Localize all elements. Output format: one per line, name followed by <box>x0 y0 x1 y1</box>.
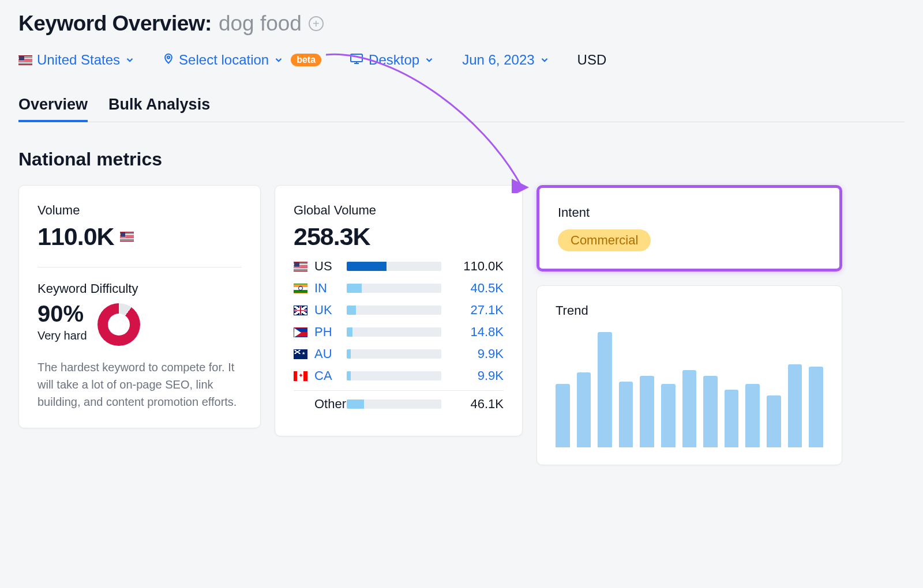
divider <box>37 267 242 267</box>
currency-label: USD <box>577 52 607 68</box>
trend-bar-item <box>767 395 781 447</box>
page-title-label: Keyword Overview: <box>18 12 212 36</box>
flag-au-icon <box>294 349 307 359</box>
country-link[interactable]: CA <box>314 368 337 383</box>
flag-us-icon <box>18 55 32 65</box>
kd-percent: 90% <box>37 301 87 327</box>
date-filter[interactable]: Jun 6, 2023 <box>462 52 549 68</box>
trend-bar-item <box>577 372 591 447</box>
desktop-icon <box>349 52 364 68</box>
kd-description: The hardest keyword to compete for. It w… <box>37 359 242 410</box>
trend-label: Trend <box>556 303 823 318</box>
country-link[interactable]: PH <box>314 325 337 340</box>
svg-point-0 <box>167 56 170 58</box>
global-volume-card: Global Volume 258.3K US110.0KIN40.5KUK27… <box>275 185 523 436</box>
chevron-down-icon <box>424 55 434 65</box>
country-value[interactable]: 9.9K <box>451 368 504 383</box>
trend-bar-item <box>682 370 697 447</box>
page-title-keyword: dog food <box>219 12 302 36</box>
trend-bar-item <box>725 390 739 447</box>
volume-bar <box>347 284 441 293</box>
device-filter-label: Desktop <box>369 52 419 68</box>
country-value[interactable]: 40.5K <box>451 281 504 296</box>
tab-overview[interactable]: Overview <box>18 96 88 122</box>
flag-us-icon <box>120 232 134 242</box>
global-volume-other-row: Other 46.1K <box>294 397 504 412</box>
country-value[interactable]: 14.8K <box>451 325 504 340</box>
device-filter[interactable]: Desktop <box>349 52 434 68</box>
chevron-down-icon <box>539 55 550 65</box>
page-header: Keyword Overview: dog food + United Stat… <box>18 0 905 122</box>
country-row: PH14.8K <box>294 325 504 340</box>
country-link[interactable]: IN <box>314 281 337 296</box>
section-title: National metrics <box>18 149 905 170</box>
kd-donut-chart <box>97 303 140 346</box>
trend-bar-item <box>745 384 760 447</box>
svg-rect-1 <box>351 54 362 62</box>
tabs: Overview Bulk Analysis <box>18 96 905 122</box>
country-value[interactable]: 27.1K <box>451 303 504 318</box>
kd-label: Keyword Difficulty <box>37 281 242 296</box>
add-keyword-button[interactable]: + <box>309 16 324 31</box>
trend-card: Trend <box>536 285 842 465</box>
trend-bar-item <box>556 384 570 447</box>
country-value[interactable]: 9.9K <box>451 346 504 361</box>
chevron-down-icon <box>273 55 284 65</box>
other-label: Other <box>314 397 337 412</box>
other-value: 46.1K <box>451 397 504 412</box>
trend-bar-item <box>788 364 802 447</box>
country-row: IN40.5K <box>294 281 504 296</box>
flag-us-icon <box>294 262 307 272</box>
flag-in-icon <box>294 284 307 293</box>
trend-bar-item <box>661 384 676 447</box>
flag-uk-icon <box>294 306 307 315</box>
country-code: US <box>314 259 337 274</box>
trend-bar-item <box>619 382 633 447</box>
filters-bar: United States Select location beta Deskt… <box>18 52 905 68</box>
country-link[interactable]: UK <box>314 303 337 318</box>
divider <box>294 390 504 391</box>
trend-bar-chart <box>556 332 823 447</box>
volume-bar <box>347 327 441 337</box>
country-row: UK27.1K <box>294 303 504 318</box>
other-bar <box>347 399 441 409</box>
chevron-down-icon <box>125 55 135 65</box>
flag-ph-icon <box>294 327 307 337</box>
country-link[interactable]: AU <box>314 346 337 361</box>
beta-badge: beta <box>291 54 321 66</box>
trend-bar-item <box>598 332 612 447</box>
location-filter[interactable]: Select location beta <box>163 52 321 68</box>
intent-card: Intent Commercial <box>536 185 842 272</box>
country-value: 110.0K <box>451 259 504 274</box>
volume-bar <box>347 306 441 315</box>
volume-bar <box>347 349 441 359</box>
country-filter[interactable]: United States <box>18 52 135 68</box>
global-volume-label: Global Volume <box>294 203 504 218</box>
volume-bar <box>347 262 441 271</box>
volume-kd-card: Volume 110.0K Keyword Difficulty 90% Ver… <box>18 185 261 428</box>
location-filter-label: Select location <box>179 52 269 68</box>
trend-bar-item <box>640 376 654 447</box>
global-volume-value: 258.3K <box>294 223 370 251</box>
tab-bulk-analysis[interactable]: Bulk Analysis <box>108 96 210 122</box>
country-row: AU9.9K <box>294 346 504 361</box>
location-pin-icon <box>163 52 174 68</box>
country-row: US110.0K <box>294 259 504 274</box>
intent-label: Intent <box>558 205 821 220</box>
intent-value-pill: Commercial <box>558 229 651 251</box>
flag-ca-icon <box>294 371 307 381</box>
date-filter-label: Jun 6, 2023 <box>462 52 534 68</box>
trend-bar-item <box>703 376 718 447</box>
kd-level: Very hard <box>37 329 87 342</box>
trend-bar-item <box>809 367 823 447</box>
volume-value: 110.0K <box>37 223 114 251</box>
country-row: CA9.9K <box>294 368 504 383</box>
country-filter-label: United States <box>37 52 120 68</box>
volume-label: Volume <box>37 203 242 218</box>
volume-bar <box>347 371 441 380</box>
